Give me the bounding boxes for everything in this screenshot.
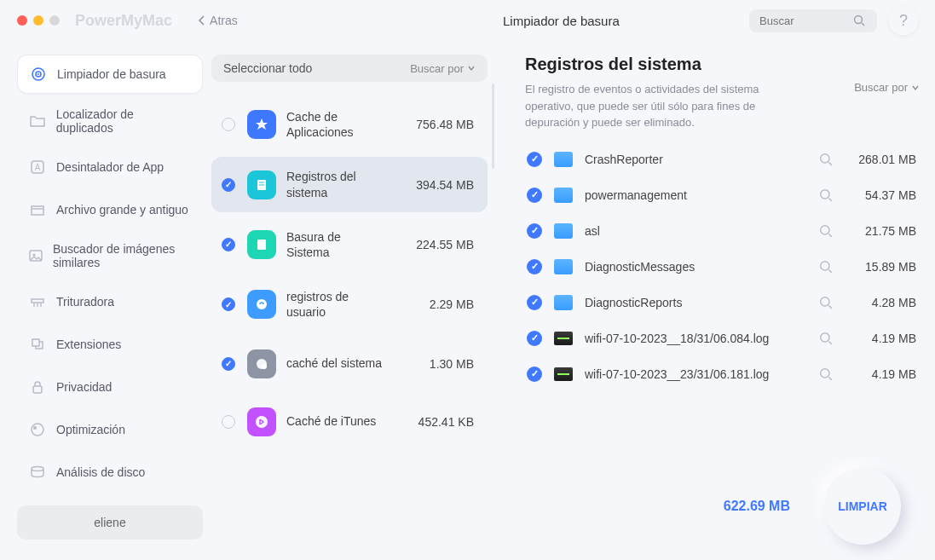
shredder-icon [27, 292, 48, 312]
app-icon: A [27, 157, 48, 177]
sidebar-item-2[interactable]: ADesintalador de App [17, 148, 203, 186]
clean-button[interactable]: LIMPIAR [824, 468, 901, 545]
file-checkbox[interactable] [527, 367, 542, 382]
category-name: Basura de Sistema [286, 229, 385, 260]
file-checkbox[interactable] [527, 223, 542, 239]
search-by-dropdown[interactable]: Buscar por [410, 62, 476, 75]
svg-line-35 [828, 269, 831, 272]
svg-point-34 [821, 261, 829, 269]
sidebar-item-8[interactable]: Optimización [17, 411, 203, 448]
puzzle-icon [27, 334, 48, 355]
file-row[interactable]: DiagnosticReports4.28 MB [525, 285, 920, 320]
sidebar-item-5[interactable]: Trituradora [17, 283, 203, 320]
back-button[interactable]: Atras [198, 14, 238, 27]
file-row[interactable]: wifi-07-10-2023__18/31/06.084.log4.19 MB [525, 320, 920, 356]
app-title: PowerMyMac [75, 12, 172, 30]
category-checkbox[interactable] [222, 357, 235, 371]
svg-rect-7 [32, 206, 43, 215]
detail-description: El registro de eventos o actividades del… [525, 81, 806, 131]
category-row[interactable]: Basura de Sistema224.55 MB [211, 217, 488, 272]
search-box[interactable] [749, 9, 877, 32]
category-name: Registros del sistema [286, 169, 385, 199]
svg-line-33 [828, 234, 831, 236]
sidebar-item-3[interactable]: Archivo grande y antiguo [17, 191, 203, 228]
file-row[interactable]: powermanagement54.37 MB [525, 177, 920, 213]
category-checkbox[interactable] [222, 415, 235, 429]
file-checkbox[interactable] [527, 259, 542, 274]
file-row[interactable]: wifi-07-10-2023__23/31/06.181.log4.19 MB [525, 356, 920, 392]
category-icon [247, 349, 276, 378]
magnify-icon[interactable] [819, 224, 833, 238]
folder-icon [554, 152, 573, 167]
file-row[interactable]: DiagnosticMessages15.89 MB [525, 249, 920, 285]
category-row[interactable]: caché del sistema1.30 MB [211, 338, 488, 390]
minimize-icon[interactable] [33, 15, 43, 26]
category-row[interactable]: Registros del sistema394.54 MB [211, 157, 488, 211]
total-size: 622.69 MB [724, 499, 790, 514]
search-input[interactable] [759, 14, 853, 27]
sidebar: Limpiador de basuraLocalizador de duplic… [17, 41, 203, 560]
folder-icon [554, 188, 573, 203]
magnify-icon[interactable] [819, 367, 833, 381]
file-row[interactable]: asl21.75 MB [525, 213, 920, 249]
category-name: Caché de iTunes [286, 413, 385, 429]
file-checkbox[interactable] [527, 295, 542, 310]
category-icon [247, 230, 276, 259]
sidebar-item-label: Análisis de disco [56, 465, 145, 479]
sidebar-item-7[interactable]: Privacidad [17, 368, 203, 406]
category-row[interactable]: Cache de Aplicaciones756.48 MB [211, 97, 488, 152]
sidebar-item-9[interactable]: Análisis de disco [17, 453, 203, 491]
category-size: 756.48 MB [416, 118, 474, 131]
svg-point-38 [821, 332, 829, 341]
file-checkbox[interactable] [527, 152, 542, 167]
category-checkbox[interactable] [222, 178, 235, 192]
magnify-icon[interactable] [819, 153, 833, 166]
magnify-icon[interactable] [819, 188, 833, 202]
category-icon [247, 290, 276, 319]
file-name: powermanagement [585, 188, 819, 202]
sidebar-item-label: Trituradora [56, 295, 114, 309]
magnify-icon[interactable] [819, 296, 833, 309]
magnify-icon[interactable] [819, 260, 833, 274]
sidebar-item-6[interactable]: Extensiones [17, 326, 203, 363]
category-name: registros de usuario [286, 289, 385, 320]
file-checkbox[interactable] [527, 188, 542, 203]
category-row[interactable]: Caché de iTunes452.41 KB [211, 395, 488, 448]
detail-search-by-dropdown[interactable]: Buscar por [854, 81, 920, 94]
svg-point-40 [821, 368, 829, 377]
svg-point-27 [256, 416, 268, 428]
svg-point-10 [33, 254, 36, 257]
category-checkbox[interactable] [222, 297, 235, 311]
svg-point-4 [38, 73, 39, 75]
svg-line-39 [828, 341, 831, 344]
file-checkbox[interactable] [527, 331, 542, 346]
help-button[interactable]: ? [889, 6, 918, 35]
page-title: Limpiador de basura [503, 14, 620, 28]
category-checkbox[interactable] [222, 238, 235, 251]
search-by-label: Buscar por [410, 62, 464, 75]
sidebar-item-4[interactable]: Buscador de imágenes similares [17, 234, 203, 278]
close-icon[interactable] [17, 15, 27, 26]
magnify-icon[interactable] [819, 332, 833, 345]
svg-rect-16 [33, 386, 42, 393]
sidebar-item-0[interactable]: Limpiador de basura [17, 55, 203, 94]
folder-icon [554, 295, 573, 310]
file-name: asl [585, 224, 819, 238]
scrollbar[interactable] [492, 84, 494, 169]
maximize-icon[interactable] [49, 15, 60, 26]
user-pill[interactable]: eliene [17, 505, 203, 540]
folder-icon [27, 111, 48, 131]
file-row[interactable]: CrashReporter268.01 MB [525, 141, 920, 177]
select-all-button[interactable]: Seleccionar todo [223, 61, 312, 75]
category-name: Cache de Aplicaciones [286, 109, 385, 140]
category-row[interactable]: registros de usuario2.29 MB [211, 277, 488, 332]
svg-point-32 [821, 225, 829, 234]
file-name: DiagnosticReports [585, 296, 819, 309]
log-file-icon [554, 332, 573, 345]
category-checkbox[interactable] [222, 118, 235, 131]
category-size: 2.29 MB [430, 297, 474, 311]
category-size: 224.55 MB [416, 238, 474, 251]
sidebar-item-label: Buscador de imágenes similares [53, 242, 193, 269]
file-name: CrashReporter [585, 153, 819, 166]
sidebar-item-1[interactable]: Localizador de duplicados [17, 99, 203, 143]
